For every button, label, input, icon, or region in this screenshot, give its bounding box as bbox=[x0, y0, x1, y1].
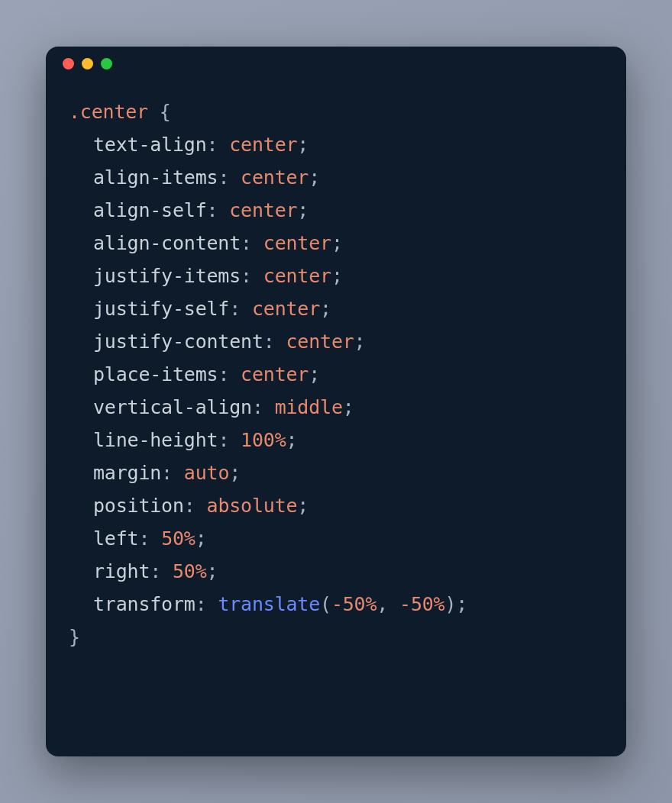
css-property: left bbox=[93, 527, 138, 550]
minimize-icon[interactable] bbox=[82, 58, 93, 69]
css-property: text-align bbox=[93, 134, 207, 156]
css-property: align-content bbox=[93, 232, 241, 254]
css-property: margin bbox=[93, 462, 161, 484]
css-value: center bbox=[241, 166, 309, 189]
maximize-icon[interactable] bbox=[101, 58, 112, 69]
brace-close: } bbox=[69, 626, 80, 648]
css-value: center bbox=[263, 265, 331, 287]
css-property: right bbox=[93, 560, 150, 582]
css-property: align-self bbox=[93, 199, 207, 221]
css-value: 50% bbox=[161, 527, 195, 550]
css-value: 50% bbox=[173, 560, 207, 582]
window-titlebar bbox=[46, 47, 626, 80]
css-property: justify-items bbox=[93, 265, 241, 287]
css-function: translate bbox=[218, 593, 320, 615]
css-value: center bbox=[263, 232, 331, 254]
css-value: middle bbox=[275, 396, 343, 418]
css-value: center bbox=[252, 298, 320, 320]
css-property: align-items bbox=[93, 166, 218, 189]
css-property: place-items bbox=[93, 363, 218, 385]
css-value: center bbox=[286, 331, 354, 353]
css-value: 100% bbox=[241, 429, 286, 451]
css-value: -50% bbox=[331, 593, 376, 615]
css-value: center bbox=[229, 199, 297, 221]
css-property: justify-self bbox=[93, 298, 229, 320]
code-window: .center { text-align: center; align-item… bbox=[46, 47, 626, 756]
css-property: line-height bbox=[93, 429, 218, 451]
code-block: .center { text-align: center; align-item… bbox=[46, 80, 626, 756]
css-value: center bbox=[241, 363, 309, 385]
close-icon[interactable] bbox=[63, 58, 74, 69]
css-value: center bbox=[229, 134, 297, 156]
css-value: absolute bbox=[207, 495, 298, 517]
css-property: transform bbox=[93, 593, 195, 615]
css-property: vertical-align bbox=[93, 396, 252, 418]
css-property: position bbox=[93, 495, 184, 517]
css-property: justify-content bbox=[93, 331, 263, 353]
css-value: auto bbox=[184, 462, 229, 484]
css-selector: .center bbox=[69, 101, 148, 123]
brace-open: { bbox=[160, 101, 171, 123]
css-value: -50% bbox=[399, 593, 444, 615]
